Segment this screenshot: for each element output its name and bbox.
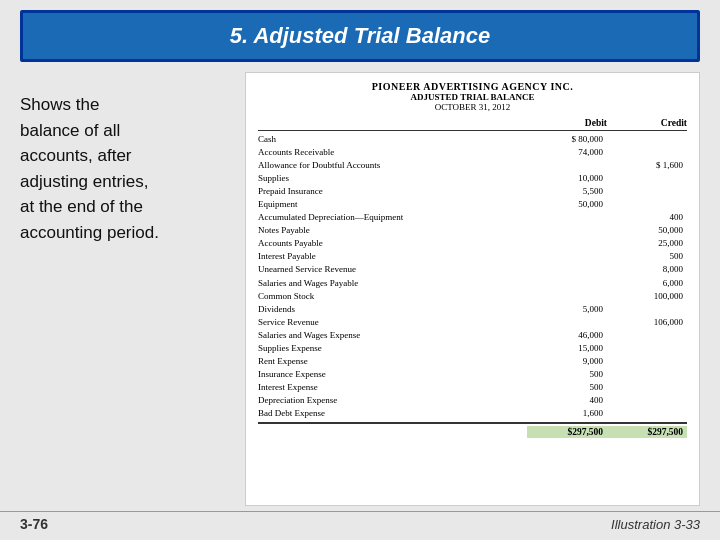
desc-line2: balance of all	[20, 121, 120, 140]
account-name: Salaries and Wages Payable	[258, 277, 527, 290]
table-header: Pioneer Advertising Agency Inc. Adjusted…	[258, 81, 687, 112]
table-row: Service Revenue106,000	[258, 316, 687, 329]
table-row: Equipment50,000	[258, 198, 687, 211]
debit-value	[527, 277, 607, 290]
credit-value: 500	[607, 250, 687, 263]
credit-value	[607, 381, 687, 394]
credit-value: 50,000	[607, 224, 687, 237]
debit-col-header: Debit	[527, 118, 607, 130]
table-row: Accumulated Depreciation—Equipment400	[258, 211, 687, 224]
account-name: Depreciation Expense	[258, 394, 527, 407]
account-name: Accounts Receivable	[258, 146, 527, 159]
account-col-header	[258, 118, 527, 130]
debit-value: 15,000	[527, 342, 607, 355]
account-name: Accounts Payable	[258, 237, 527, 250]
accounts-list: Cash$ 80,000Accounts Receivable74,000All…	[258, 133, 687, 420]
account-name: Interest Payable	[258, 250, 527, 263]
account-name: Interest Expense	[258, 381, 527, 394]
column-headers: Debit Credit	[258, 118, 687, 131]
credit-value: 400	[607, 211, 687, 224]
debit-value	[527, 316, 607, 329]
table-row: Common Stock100,000	[258, 290, 687, 303]
credit-value: $ 1,600	[607, 159, 687, 172]
total-label	[258, 426, 527, 438]
total-debit: $297,500	[527, 426, 607, 438]
account-name: Rent Expense	[258, 355, 527, 368]
credit-value: 100,000	[607, 290, 687, 303]
table-row: Dividends5,000	[258, 303, 687, 316]
debit-value: 500	[527, 368, 607, 381]
table-row: Depreciation Expense400	[258, 394, 687, 407]
debit-value: 500	[527, 381, 607, 394]
account-name: Common Stock	[258, 290, 527, 303]
table-row: Salaries and Wages Payable6,000	[258, 277, 687, 290]
debit-value	[527, 237, 607, 250]
slide-title: 5. Adjusted Trial Balance	[20, 10, 700, 62]
debit-value	[527, 211, 607, 224]
table-row: Salaries and Wages Expense46,000	[258, 329, 687, 342]
account-name: Cash	[258, 133, 527, 146]
account-name: Notes Payable	[258, 224, 527, 237]
table-row: Supplies Expense15,000	[258, 342, 687, 355]
table-row: Supplies10,000	[258, 172, 687, 185]
debit-value: 5,000	[527, 303, 607, 316]
debit-value	[527, 263, 607, 276]
table-row: Accounts Receivable74,000	[258, 146, 687, 159]
table-row: Interest Expense500	[258, 381, 687, 394]
credit-value: 25,000	[607, 237, 687, 250]
debit-value: 5,500	[527, 185, 607, 198]
debit-value	[527, 290, 607, 303]
credit-value: 6,000	[607, 277, 687, 290]
credit-value	[607, 185, 687, 198]
credit-value	[607, 133, 687, 146]
account-name: Allowance for Doubtful Accounts	[258, 159, 527, 172]
table-row: Insurance Expense500	[258, 368, 687, 381]
table-row: Rent Expense9,000	[258, 355, 687, 368]
table-row: Cash$ 80,000	[258, 133, 687, 146]
debit-value	[527, 159, 607, 172]
total-row: $297,500 $297,500	[258, 422, 687, 438]
account-name: Unearned Service Revenue	[258, 263, 527, 276]
debit-value: 46,000	[527, 329, 607, 342]
account-name: Bad Debt Expense	[258, 407, 527, 420]
debit-value	[527, 224, 607, 237]
credit-value	[607, 394, 687, 407]
credit-value	[607, 355, 687, 368]
credit-value	[607, 407, 687, 420]
debit-value: $ 80,000	[527, 133, 607, 146]
total-credit: $297,500	[607, 426, 687, 438]
debit-value: 10,000	[527, 172, 607, 185]
credit-value	[607, 303, 687, 316]
account-name: Equipment	[258, 198, 527, 211]
debit-value: 1,600	[527, 407, 607, 420]
credit-value	[607, 172, 687, 185]
account-name: Dividends	[258, 303, 527, 316]
credit-value	[607, 329, 687, 342]
table-row: Accounts Payable25,000	[258, 237, 687, 250]
account-name: Salaries and Wages Expense	[258, 329, 527, 342]
account-name: Insurance Expense	[258, 368, 527, 381]
trial-balance-table: Pioneer Advertising Agency Inc. Adjusted…	[245, 72, 700, 506]
debit-value	[527, 250, 607, 263]
account-name: Service Revenue	[258, 316, 527, 329]
slide: 5. Adjusted Trial Balance Shows the bala…	[0, 0, 720, 540]
report-title: Adjusted Trial Balance	[258, 92, 687, 102]
credit-value	[607, 198, 687, 211]
credit-value: 8,000	[607, 263, 687, 276]
report-date: October 31, 2012	[258, 102, 687, 112]
content-area: Shows the balance of all accounts, after…	[0, 67, 720, 511]
slide-number: 3-76	[20, 516, 48, 532]
illustration-label: Illustration 3-33	[611, 517, 700, 532]
credit-value	[607, 146, 687, 159]
company-name: Pioneer Advertising Agency Inc.	[258, 81, 687, 92]
debit-value: 400	[527, 394, 607, 407]
table-row: Allowance for Doubtful Accounts$ 1,600	[258, 159, 687, 172]
debit-value: 74,000	[527, 146, 607, 159]
account-name: Supplies Expense	[258, 342, 527, 355]
desc-line6: accounting period.	[20, 223, 159, 242]
account-name: Prepaid Insurance	[258, 185, 527, 198]
desc-line3: accounts, after	[20, 146, 132, 165]
left-description: Shows the balance of all accounts, after…	[20, 72, 230, 506]
table-row: Prepaid Insurance5,500	[258, 185, 687, 198]
debit-value: 50,000	[527, 198, 607, 211]
